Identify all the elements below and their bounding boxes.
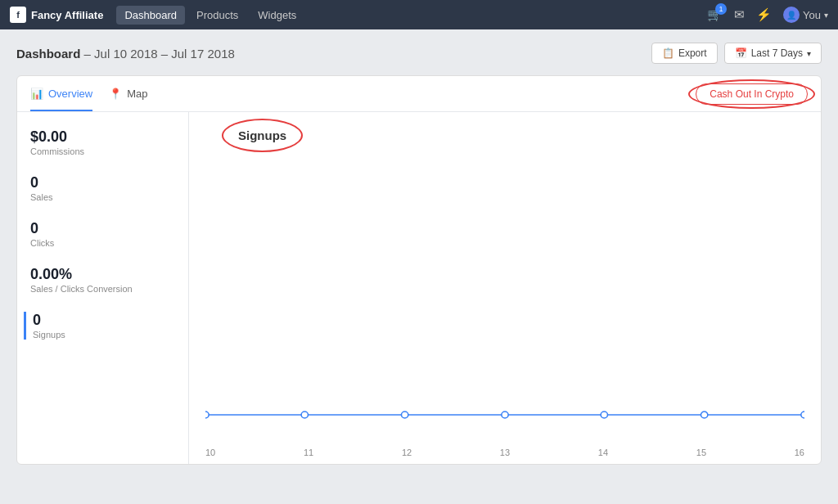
date-filter-button[interactable]: 📅 Last 7 Days ▾ xyxy=(724,43,822,64)
card-tabs: 📊 Overview 📍 Map Cash Out In Crypto xyxy=(17,76,821,112)
chart-svg xyxy=(205,374,804,439)
main-content: Dashboard – Jul 10 2018 – Jul 17 2018 📋 … xyxy=(0,29,838,478)
svg-point-7 xyxy=(801,412,804,418)
svg-point-4 xyxy=(502,412,508,418)
chart-x-labels: 10 11 12 13 14 15 16 xyxy=(205,448,804,457)
stats-panel: $0.00 Commissions 0 Sales 0 Clicks 0.00%… xyxy=(17,112,189,464)
x-label-13: 13 xyxy=(500,448,510,457)
tabs-left: 📊 Overview 📍 Map xyxy=(30,76,147,111)
stat-signups: 0 Signups xyxy=(24,312,175,340)
page-header: Dashboard – Jul 10 2018 – Jul 17 2018 📋 … xyxy=(16,43,822,64)
chart-area: Signups xyxy=(189,112,821,464)
x-label-12: 12 xyxy=(402,448,412,457)
user-avatar: 👤 xyxy=(783,7,800,23)
dashboard-title: Dashboard xyxy=(16,47,80,61)
stat-clicks: 0 Clicks xyxy=(30,220,175,248)
nav-products[interactable]: Products xyxy=(188,6,246,25)
dashboard-card: 📊 Overview 📍 Map Cash Out In Crypto $0.0… xyxy=(16,75,822,465)
user-chevron-icon: ▾ xyxy=(824,11,828,20)
x-label-10: 10 xyxy=(205,448,215,457)
stat-commissions: $0.00 Commissions xyxy=(30,128,175,156)
svg-point-1 xyxy=(205,412,209,418)
user-label: You xyxy=(803,9,821,21)
bolt-icon[interactable]: ⚡ xyxy=(756,7,772,22)
chart-metric-label: Signups xyxy=(238,128,286,142)
svg-point-2 xyxy=(301,412,308,418)
x-label-14: 14 xyxy=(598,448,608,457)
page-title: Dashboard – Jul 10 2018 – Jul 17 2018 xyxy=(16,47,235,61)
header-actions: 📋 Export 📅 Last 7 Days ▾ xyxy=(651,43,822,64)
nav-links: Dashboard Products Widgets xyxy=(116,6,707,25)
date-range: – Jul 10 2018 – Jul 17 2018 xyxy=(84,47,235,61)
export-icon: 📋 xyxy=(662,47,674,59)
cart-icon[interactable]: 🛒 1 xyxy=(707,7,723,22)
nav-widgets[interactable]: Widgets xyxy=(250,6,304,25)
tab-map[interactable]: 📍 Map xyxy=(109,76,147,111)
card-body: $0.00 Commissions 0 Sales 0 Clicks 0.00%… xyxy=(17,112,821,464)
svg-point-5 xyxy=(601,412,607,418)
app-logo[interactable]: f Fancy Affiliate xyxy=(10,7,103,23)
cart-badge: 1 xyxy=(715,3,727,15)
x-label-15: 15 xyxy=(696,448,706,457)
logo-icon: f xyxy=(10,7,26,23)
svg-point-6 xyxy=(701,412,707,418)
map-icon: 📍 xyxy=(109,88,122,101)
calendar-icon: 📅 xyxy=(735,47,747,59)
top-navigation: f Fancy Affiliate Dashboard Products Wid… xyxy=(0,0,838,29)
tab-overview[interactable]: 📊 Overview xyxy=(30,76,92,111)
user-menu[interactable]: 👤 You ▾ xyxy=(783,7,828,23)
nav-right-actions: 🛒 1 ✉ ⚡ 👤 You ▾ xyxy=(707,7,828,23)
stat-sales: 0 Sales xyxy=(30,174,175,202)
chevron-down-icon: ▾ xyxy=(807,49,811,58)
nav-dashboard[interactable]: Dashboard xyxy=(116,6,185,25)
stat-conversion: 0.00% Sales / Clicks Conversion xyxy=(30,266,175,294)
message-icon[interactable]: ✉ xyxy=(734,7,745,22)
app-name: Fancy Affiliate xyxy=(31,9,103,21)
svg-point-3 xyxy=(401,412,408,418)
overview-icon: 📊 xyxy=(30,88,43,101)
cash-out-crypto-button[interactable]: Cash Out In Crypto xyxy=(696,83,808,105)
x-label-16: 16 xyxy=(795,448,804,457)
x-label-11: 11 xyxy=(304,448,313,457)
export-button[interactable]: 📋 Export xyxy=(651,43,718,64)
